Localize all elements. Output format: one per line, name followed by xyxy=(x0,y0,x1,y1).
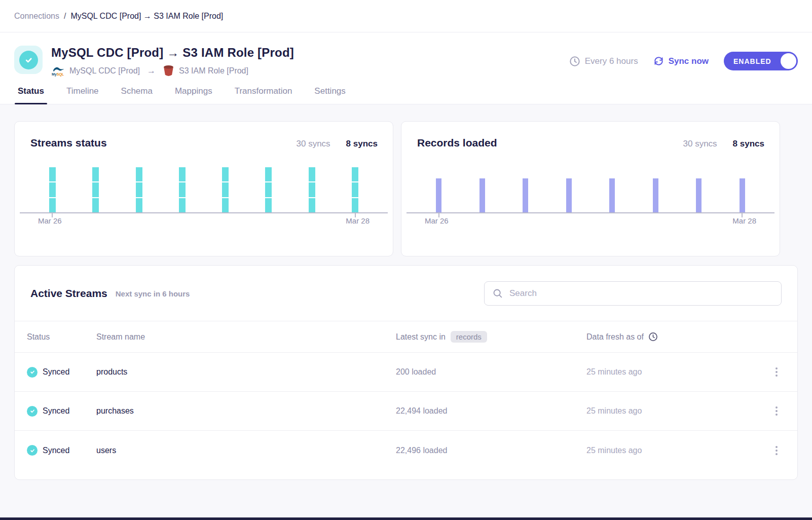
sync-bar xyxy=(179,167,186,212)
sync-now-label: Sync now xyxy=(669,56,709,66)
table-row-products[interactable]: Syncedproducts200 loaded25 minutes ago xyxy=(15,353,797,392)
tab-bar: StatusTimelineSchemaMappingsTransformati… xyxy=(0,77,812,104)
records-loaded-card: Records loaded 30 syncs 8 syncs Mar 26 M… xyxy=(401,121,780,256)
table-row-purchases[interactable]: Syncedpurchases22,494 loaded25 minutes a… xyxy=(15,392,797,431)
synced-check-icon xyxy=(27,406,38,417)
records-loaded-chart: Mar 26 Mar 28 xyxy=(407,167,774,225)
axis-label-start: Mar 26 xyxy=(38,216,62,225)
tab-transformation[interactable]: Transformation xyxy=(235,84,292,104)
sync-bar xyxy=(436,178,441,212)
sync-bar xyxy=(92,167,99,212)
destination-name[interactable]: S3 IAM Role [Prod] xyxy=(179,66,248,76)
page-title: MySQL CDC [Prod] → S3 IAM Role [Prod] xyxy=(51,46,294,60)
connection-header: MySQL CDC [Prod] → S3 IAM Role [Prod] My… xyxy=(0,32,812,77)
charts-row: Streams status 30 syncs 8 syncs Mar 26 M… xyxy=(14,121,798,256)
records-range-30-syncs[interactable]: 30 syncs xyxy=(683,139,717,149)
tab-schema[interactable]: Schema xyxy=(121,84,153,104)
s3-bucket-icon xyxy=(163,64,174,77)
next-sync-label: Next sync in 6 hours xyxy=(116,289,190,298)
sync-bar xyxy=(136,167,142,212)
tab-settings[interactable]: Settings xyxy=(314,84,345,104)
data-fresh-value: 25 minutes ago xyxy=(586,446,768,455)
records-range-8-syncs[interactable]: 8 syncs xyxy=(733,139,764,149)
window-bottom-edge xyxy=(0,517,812,520)
search-input[interactable] xyxy=(509,288,773,299)
source-name[interactable]: MySQL CDC [Prod] xyxy=(69,66,140,76)
stream-name: purchases xyxy=(96,406,396,416)
sync-bar xyxy=(523,178,528,212)
records-loaded-value: 22,496 loaded xyxy=(396,446,586,455)
stream-name: products xyxy=(96,367,396,377)
enabled-toggle[interactable]: ENABLED xyxy=(724,52,798,70)
sync-bar xyxy=(352,167,358,212)
sync-schedule: Every 6 hours xyxy=(569,56,638,67)
toggle-knob[interactable] xyxy=(781,53,796,69)
sync-bar xyxy=(265,167,272,212)
tab-status[interactable]: Status xyxy=(18,84,44,104)
header-controls: Every 6 hours Sync now ENABLED xyxy=(569,52,798,70)
connection-status-tile xyxy=(14,46,43,74)
synced-check-icon xyxy=(27,367,38,378)
data-fresh-value: 25 minutes ago xyxy=(586,367,768,377)
toggle-label: ENABLED xyxy=(733,57,771,65)
status-content: Streams status 30 syncs 8 syncs Mar 26 M… xyxy=(0,104,812,480)
connection-subtitle: MySQL MySQL CDC [Prod] → S3 IAM Role [Pr… xyxy=(51,64,294,77)
stream-status-label: Synced xyxy=(43,446,69,455)
stream-status-label: Synced xyxy=(43,406,69,416)
sync-bar xyxy=(696,178,702,212)
sync-bar xyxy=(609,178,615,212)
stream-name: users xyxy=(96,446,396,455)
sync-bar xyxy=(49,167,56,212)
axis-label-start: Mar 26 xyxy=(425,216,449,225)
col-latest-sync-header: Latest sync in xyxy=(396,332,446,342)
header-left: MySQL CDC [Prod] → S3 IAM Role [Prod] My… xyxy=(14,46,294,77)
breadcrumb-separator: / xyxy=(64,12,66,21)
sync-bar xyxy=(566,178,572,212)
titles: MySQL CDC [Prod] → S3 IAM Role [Prod] My… xyxy=(51,46,294,77)
mysql-logo-icon: MySQL xyxy=(51,65,65,77)
search-icon xyxy=(492,288,503,299)
stream-table-body: Syncedproducts200 loaded25 minutes agoSy… xyxy=(15,353,797,470)
sync-bar xyxy=(740,178,745,212)
records-badge[interactable]: records xyxy=(451,331,487,343)
streams-status-chart: Mar 26 Mar 28 xyxy=(20,167,388,225)
row-menu-button[interactable] xyxy=(768,364,785,380)
streams-range-8-syncs[interactable]: 8 syncs xyxy=(346,139,378,149)
col-status-header: Status xyxy=(27,332,96,342)
breadcrumb: Connections / MySQL CDC [Prod] → S3 IAM … xyxy=(0,0,812,32)
breadcrumb-connections-link[interactable]: Connections xyxy=(14,12,59,21)
schedule-label: Every 6 hours xyxy=(585,56,638,66)
connection-page: Connections / MySQL CDC [Prod] → S3 IAM … xyxy=(0,0,812,480)
records-loaded-title: Records loaded xyxy=(417,137,497,149)
col-data-fresh-header: Data fresh as of xyxy=(586,332,644,342)
sync-icon xyxy=(653,56,664,66)
arrow-icon: → xyxy=(147,66,156,76)
sync-bar xyxy=(653,178,658,212)
streams-range-30-syncs[interactable]: 30 syncs xyxy=(297,139,330,149)
records-loaded-value: 200 loaded xyxy=(396,367,586,377)
streams-status-card: Streams status 30 syncs 8 syncs Mar 26 M… xyxy=(14,121,393,256)
sync-bar xyxy=(222,167,229,212)
records-bars xyxy=(407,167,774,212)
active-streams-title: Active Streams xyxy=(30,287,107,300)
row-menu-button[interactable] xyxy=(768,443,785,458)
data-fresh-value: 25 minutes ago xyxy=(586,406,768,416)
tab-timeline[interactable]: Timeline xyxy=(66,84,99,104)
x-axis xyxy=(20,212,388,213)
x-axis xyxy=(407,212,774,213)
tab-mappings[interactable]: Mappings xyxy=(175,84,212,104)
active-streams-card: Active Streams Next sync in 6 hours Stat… xyxy=(14,265,798,480)
sync-now-button[interactable]: Sync now xyxy=(653,56,709,66)
clock-icon xyxy=(569,56,580,67)
streams-status-title: Streams status xyxy=(30,137,107,149)
axis-label-end: Mar 28 xyxy=(346,216,370,225)
stream-status-label: Synced xyxy=(43,367,69,377)
row-menu-button[interactable] xyxy=(768,403,785,419)
synced-check-icon xyxy=(27,445,38,456)
table-row-users[interactable]: Syncedusers22,496 loaded25 minutes ago xyxy=(15,431,797,470)
svg-text:MySQL: MySQL xyxy=(52,72,64,77)
records-loaded-value: 22,494 loaded xyxy=(396,406,586,416)
stream-search[interactable] xyxy=(484,281,782,306)
sync-bar xyxy=(479,178,485,212)
sync-bar xyxy=(309,167,315,212)
